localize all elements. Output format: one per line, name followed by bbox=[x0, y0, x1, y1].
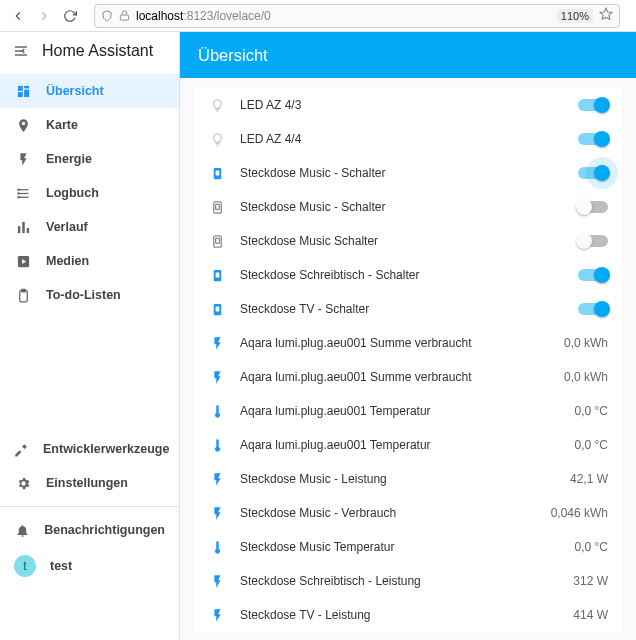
sidebar-item-hammer[interactable]: Entwicklerwerkzeuge bbox=[0, 432, 179, 466]
svg-rect-23 bbox=[215, 170, 219, 175]
gear-icon bbox=[14, 474, 32, 492]
toggle-switch[interactable] bbox=[578, 99, 608, 111]
entity-value: 0,046 kWh bbox=[551, 506, 608, 520]
toggle-switch[interactable] bbox=[578, 303, 608, 315]
thermo-icon bbox=[208, 436, 226, 454]
entity-value: 42,1 W bbox=[570, 472, 608, 486]
entity-row[interactable]: Steckdose Music - Leistung42,1 W bbox=[194, 462, 622, 496]
entity-row[interactable]: Steckdose Music Temperatur0,0 °C bbox=[194, 530, 622, 564]
entity-row[interactable]: Steckdose Music - Schalter bbox=[194, 190, 622, 224]
flash-icon bbox=[208, 504, 226, 522]
sidebar-item-gear[interactable]: Einstellungen bbox=[0, 466, 179, 500]
sidebar-item-logbuch[interactable]: Logbuch bbox=[0, 176, 179, 210]
nav-list: ÜbersichtKarteEnergieLogbuchVerlaufMedie… bbox=[0, 70, 179, 640]
entity-row[interactable]: Steckdose Schreibtisch - Leistung312 W bbox=[194, 564, 622, 598]
play-icon bbox=[14, 252, 32, 270]
svg-rect-6 bbox=[24, 85, 29, 88]
sidebar-header: Home Assistant bbox=[0, 32, 179, 70]
svg-point-14 bbox=[17, 196, 18, 197]
entity-label: Steckdose Music Schalter bbox=[240, 234, 564, 248]
sidebar-item-avatar[interactable]: ttest bbox=[0, 547, 179, 585]
bookmark-star-icon[interactable] bbox=[599, 7, 613, 24]
entity-label: Steckdose Music - Verbrauch bbox=[240, 506, 537, 520]
svg-marker-1 bbox=[600, 8, 612, 19]
forward-button[interactable] bbox=[34, 6, 54, 26]
entity-value: 312 W bbox=[573, 574, 608, 588]
hammer-icon bbox=[14, 440, 29, 458]
entity-label: Steckdose TV - Leistung bbox=[240, 608, 559, 622]
main: Übersicht LED AZ 4/3LED AZ 4/4Steckdose … bbox=[180, 32, 636, 640]
svg-rect-31 bbox=[215, 306, 219, 311]
entity-row[interactable]: Aqara lumi.plug.aeu001 Temperatur0,0 °C bbox=[194, 394, 622, 428]
thermo-icon bbox=[208, 538, 226, 556]
toggle-switch[interactable] bbox=[578, 167, 608, 179]
sidebar-item-medien[interactable]: Medien bbox=[0, 244, 179, 278]
sidebar-item-label: Benachrichtigungen bbox=[44, 523, 165, 537]
bulb-off-icon bbox=[208, 130, 226, 148]
svg-rect-25 bbox=[215, 204, 219, 209]
svg-rect-26 bbox=[213, 235, 221, 246]
entity-row[interactable]: Steckdose Music - Schalter bbox=[194, 156, 622, 190]
svg-rect-7 bbox=[24, 89, 29, 97]
page-title: Übersicht bbox=[198, 46, 268, 65]
sidebar-item-bell[interactable]: Benachrichtigungen bbox=[0, 513, 179, 547]
url-text: localhost:8123/lovelace/0 bbox=[136, 9, 551, 23]
svg-rect-16 bbox=[22, 221, 25, 232]
sidebar-item-energie[interactable]: Energie bbox=[0, 142, 179, 176]
sidebar-item-label: Verlauf bbox=[46, 220, 88, 234]
sidebar-item-to-do-listen[interactable]: To-do-Listen bbox=[0, 278, 179, 312]
entity-value: 414 W bbox=[573, 608, 608, 622]
plug-off-icon bbox=[208, 232, 226, 250]
entity-label: LED AZ 4/4 bbox=[240, 132, 564, 146]
entity-row[interactable]: Aqara lumi.plug.aeu001 Summe verbraucht0… bbox=[194, 360, 622, 394]
entity-row[interactable]: Steckdose TV - Schalter bbox=[194, 292, 622, 326]
logbook-icon bbox=[14, 184, 32, 202]
entity-row[interactable]: Aqara lumi.plug.aeu001 Summe verbraucht0… bbox=[194, 326, 622, 360]
flash-icon bbox=[208, 606, 226, 624]
entity-row[interactable]: Aqara lumi.plug.aeu001 Temperatur0,0 °C bbox=[194, 428, 622, 462]
entity-row[interactable]: Steckdose Schreibtisch - Schalter bbox=[194, 258, 622, 292]
entity-row[interactable]: LED AZ 4/4 bbox=[194, 122, 622, 156]
toggle-switch[interactable] bbox=[578, 201, 608, 213]
menu-toggle-icon[interactable] bbox=[12, 42, 30, 60]
sidebar-item-label: test bbox=[50, 559, 72, 573]
svg-rect-27 bbox=[215, 238, 219, 243]
flash-icon bbox=[208, 368, 226, 386]
app-root: Home Assistant ÜbersichtKarteEnergieLogb… bbox=[0, 32, 636, 640]
flash-icon bbox=[14, 150, 32, 168]
chart-icon bbox=[14, 218, 32, 236]
sidebar-item-karte[interactable]: Karte bbox=[0, 108, 179, 142]
zoom-badge[interactable]: 110% bbox=[557, 9, 593, 23]
sidebar-item-label: Energie bbox=[46, 152, 92, 166]
entity-label: Steckdose TV - Schalter bbox=[240, 302, 564, 316]
sidebar-item-übersicht[interactable]: Übersicht bbox=[0, 74, 179, 108]
entity-label: Steckdose Music - Schalter bbox=[240, 166, 564, 180]
entity-row[interactable]: Steckdose Music - Verbrauch0,046 kWh bbox=[194, 496, 622, 530]
entity-label: Steckdose Music - Schalter bbox=[240, 200, 564, 214]
sidebar-item-label: Medien bbox=[46, 254, 89, 268]
toggle-switch[interactable] bbox=[578, 269, 608, 281]
svg-rect-17 bbox=[26, 228, 29, 233]
entity-label: Aqara lumi.plug.aeu001 Summe verbraucht bbox=[240, 370, 550, 384]
entity-row[interactable]: Steckdose TV - Leistung414 W bbox=[194, 598, 622, 632]
entity-label: LED AZ 4/3 bbox=[240, 98, 564, 112]
content[interactable]: LED AZ 4/3LED AZ 4/4Steckdose Music - Sc… bbox=[180, 78, 636, 640]
sidebar-item-label: Karte bbox=[46, 118, 78, 132]
entity-label: Steckdose Music - Leistung bbox=[240, 472, 556, 486]
entity-row[interactable]: Steckdose Music Schalter bbox=[194, 224, 622, 258]
svg-rect-0 bbox=[120, 15, 128, 20]
flash-icon bbox=[208, 572, 226, 590]
toggle-switch[interactable] bbox=[578, 133, 608, 145]
sidebar-item-verlauf[interactable]: Verlauf bbox=[0, 210, 179, 244]
toggle-switch[interactable] bbox=[578, 235, 608, 247]
reload-button[interactable] bbox=[60, 6, 80, 26]
entity-label: Aqara lumi.plug.aeu001 Summe verbraucht bbox=[240, 336, 550, 350]
entity-label: Steckdose Schreibtisch - Schalter bbox=[240, 268, 564, 282]
back-button[interactable] bbox=[8, 6, 28, 26]
entity-row[interactable]: LED AZ 4/3 bbox=[194, 88, 622, 122]
thermo-icon bbox=[208, 402, 226, 420]
topbar: Übersicht bbox=[180, 32, 636, 78]
sidebar-item-label: Einstellungen bbox=[46, 476, 128, 490]
dashboard-icon bbox=[14, 82, 32, 100]
address-bar[interactable]: localhost:8123/lovelace/0 110% bbox=[94, 4, 620, 28]
